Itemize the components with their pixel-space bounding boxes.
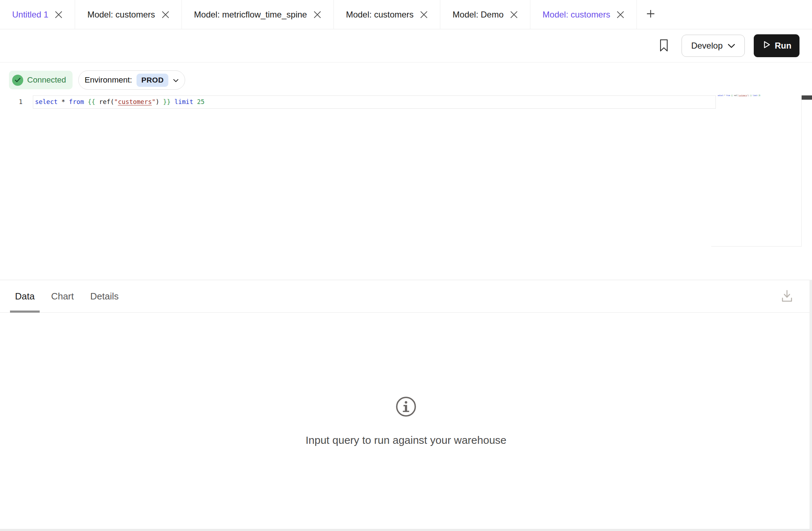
editor-tab[interactable]: Model: customers <box>75 0 182 29</box>
editor-workspace: Connected Environment: PROD 1 select * f… <box>0 63 812 280</box>
ide-window: Untitled 1Model: customersModel: metricf… <box>0 0 812 531</box>
window-bottom-edge <box>0 529 812 531</box>
play-icon <box>762 40 771 51</box>
connection-status-label: Connected <box>27 75 66 85</box>
status-row: Connected Environment: PROD <box>0 63 812 90</box>
close-icon[interactable] <box>313 11 321 19</box>
close-icon[interactable] <box>162 11 169 19</box>
minimap-divider <box>801 95 802 247</box>
develop-button-label: Develop <box>691 41 723 51</box>
editor-tab[interactable]: Model: customers <box>334 0 440 29</box>
download-icon <box>781 289 793 304</box>
close-icon[interactable] <box>55 11 63 19</box>
close-icon[interactable] <box>510 11 518 19</box>
results-tab-list: DataChartDetails <box>10 280 124 312</box>
code-line[interactable]: select * from {{ ref("customers") }} lim… <box>35 95 204 109</box>
tab-label: Untitled 1 <box>12 10 48 20</box>
editor-tab[interactable]: Model: metricflow_time_spine <box>182 0 334 29</box>
editor-scrollbar-thumb[interactable] <box>801 95 812 100</box>
close-icon[interactable] <box>617 11 624 19</box>
line-number: 1 <box>0 95 23 109</box>
results-tab-row: DataChartDetails <box>0 280 812 313</box>
results-empty-state: Input query to run against your warehous… <box>0 313 812 530</box>
close-icon[interactable] <box>420 11 428 19</box>
results-tab-chart[interactable]: Chart <box>46 280 79 312</box>
editor-tab[interactable]: Model: Demo <box>440 0 530 29</box>
editor-tab[interactable]: Untitled 1 <box>0 0 75 29</box>
tab-label: Model: customers <box>87 10 155 20</box>
editor-bottom-divider <box>711 246 801 247</box>
editor-tab[interactable]: Model: customers <box>530 0 637 29</box>
minimap[interactable]: select * from {{ ref("customers") }} lim… <box>718 95 760 96</box>
environment-value-chip: PROD <box>137 74 168 87</box>
toolbar: Develop Run <box>0 29 812 63</box>
tab-label: Model: customers <box>543 10 610 20</box>
run-button-label: Run <box>775 41 792 51</box>
chevron-down-icon <box>173 75 179 85</box>
environment-label: Environment: <box>85 75 132 85</box>
develop-button[interactable]: Develop <box>682 35 745 57</box>
check-icon <box>12 75 23 86</box>
info-icon <box>396 396 416 418</box>
new-tab-button[interactable] <box>637 0 664 29</box>
tab-label: Model: metricflow_time_spine <box>194 10 307 20</box>
tab-strip: Untitled 1Model: customersModel: metricf… <box>0 0 812 29</box>
results-tab-details[interactable]: Details <box>85 280 124 312</box>
bookmark-button[interactable] <box>659 39 668 53</box>
chevron-down-icon <box>728 41 735 51</box>
connection-status-badge: Connected <box>9 71 73 89</box>
tab-label: Model: customers <box>346 10 414 20</box>
plus-icon <box>646 9 655 20</box>
bookmark-icon <box>659 39 668 53</box>
results-scrollbar-track[interactable] <box>809 280 812 529</box>
download-button[interactable] <box>781 280 793 312</box>
run-button[interactable]: Run <box>754 34 799 57</box>
tab-label: Model: Demo <box>452 10 504 20</box>
empty-state-message: Input query to run against your warehous… <box>306 434 506 446</box>
results-tab-data[interactable]: Data <box>10 280 40 312</box>
environment-selector[interactable]: Environment: PROD <box>78 70 185 90</box>
